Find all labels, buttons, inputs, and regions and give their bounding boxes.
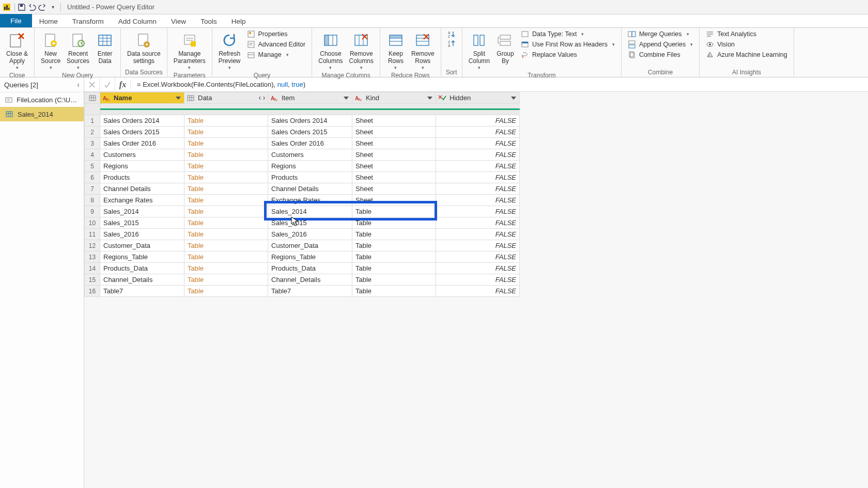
cell-name[interactable]: Channel_Details — [100, 274, 184, 286]
cell-item[interactable]: Products_Data — [268, 263, 352, 274]
group-by-button[interactable]: Group By — [493, 30, 518, 66]
manage-button[interactable]: Manage▾ — [247, 51, 306, 59]
column-header-item[interactable]: ABC Item — [268, 92, 352, 104]
replace-values-button[interactable]: Replace Values — [521, 51, 615, 59]
cell-hidden[interactable]: FALSE — [436, 251, 520, 263]
cell-kind[interactable]: Table — [352, 217, 436, 229]
cell-hidden[interactable]: FALSE — [436, 195, 520, 206]
row-number[interactable]: 8 — [85, 195, 100, 206]
choose-columns-button[interactable]: Choose Columns▾ — [315, 30, 346, 71]
column-header-hidden[interactable]: Hidden — [436, 92, 520, 104]
cell-item[interactable]: Channel Details — [268, 183, 352, 195]
vision-button[interactable]: Vision — [706, 40, 787, 49]
filter-dropdown-icon[interactable] — [174, 93, 183, 103]
formula-input[interactable]: = Excel.Workbook(File.Contents(FileLocat… — [131, 78, 868, 90]
combine-files-button[interactable]: Combine Files — [628, 51, 693, 59]
tab-help[interactable]: Help — [224, 15, 253, 27]
data-source-settings-button[interactable]: Data source settings — [124, 30, 164, 66]
cell-kind[interactable]: Table — [352, 206, 436, 217]
table-row[interactable]: 5RegionsTableRegionsSheetFALSE — [85, 161, 520, 172]
cell-kind[interactable]: Sheet — [352, 127, 436, 138]
cell-hidden[interactable]: FALSE — [436, 183, 520, 195]
tab-file[interactable]: File — [0, 14, 32, 27]
recent-sources-button[interactable]: Recent Sources▾ — [64, 30, 92, 71]
cell-data[interactable]: Table — [184, 274, 268, 286]
cell-item[interactable]: Products — [268, 172, 352, 183]
cell-hidden[interactable]: FALSE — [436, 263, 520, 274]
merge-queries-button[interactable]: Merge Queries▾ — [628, 30, 693, 38]
cell-hidden[interactable]: FALSE — [436, 274, 520, 286]
row-number[interactable]: 2 — [85, 127, 100, 138]
grid-corner[interactable] — [85, 92, 100, 104]
cell-data[interactable]: Table — [184, 206, 268, 217]
cell-data[interactable]: Table — [184, 115, 268, 127]
tab-home[interactable]: Home — [32, 15, 65, 27]
cell-name[interactable]: Sales Orders 2014 — [100, 115, 184, 127]
row-number[interactable]: 16 — [85, 286, 100, 297]
cell-kind[interactable]: Table — [352, 240, 436, 251]
cell-name[interactable]: Channel Details — [100, 183, 184, 195]
cell-kind[interactable]: Sheet — [352, 172, 436, 183]
cell-kind[interactable]: Sheet — [352, 161, 436, 172]
sort-descending-button[interactable]: ZA — [447, 39, 456, 48]
cell-data[interactable]: Table — [184, 229, 268, 240]
filter-dropdown-icon[interactable] — [342, 93, 351, 103]
column-header-kind[interactable]: ABC Kind — [352, 92, 436, 104]
cell-name[interactable]: Customers — [100, 149, 184, 161]
cell-kind[interactable]: Sheet — [352, 115, 436, 127]
cell-hidden[interactable]: FALSE — [436, 172, 520, 183]
table-row[interactable]: 9Sales_2014TableSales_2014TableFALSE — [85, 206, 520, 217]
cell-item[interactable]: Regions_Table — [268, 251, 352, 263]
data-type-button[interactable]: Data Type: Text▾ — [521, 30, 615, 38]
cell-name[interactable]: Products_Data — [100, 263, 184, 274]
table-row[interactable]: 6ProductsTableProductsSheetFALSE — [85, 172, 520, 183]
cell-name[interactable]: Table7 — [100, 286, 184, 297]
row-number[interactable]: 7 — [85, 183, 100, 195]
manage-parameters-button[interactable]: Manage Parameters▾ — [171, 30, 209, 71]
cell-hidden[interactable]: FALSE — [436, 161, 520, 172]
cell-kind[interactable]: Table — [352, 286, 436, 297]
cell-kind[interactable]: Table — [352, 274, 436, 286]
cell-kind[interactable]: Table — [352, 263, 436, 274]
row-number[interactable]: 15 — [85, 274, 100, 286]
cell-name[interactable]: Sales Order 2016 — [100, 138, 184, 149]
table-row[interactable]: 11Sales_2016TableSales_2016TableFALSE — [85, 229, 520, 240]
row-number[interactable]: 11 — [85, 229, 100, 240]
table-row[interactable]: 3Sales Order 2016TableSales Order 2016Sh… — [85, 138, 520, 149]
row-number[interactable]: 5 — [85, 161, 100, 172]
filter-dropdown-icon[interactable] — [425, 93, 435, 103]
remove-columns-button[interactable]: Remove Columns▾ — [346, 30, 377, 71]
cell-name[interactable]: Sales_2016 — [100, 229, 184, 240]
cell-item[interactable]: Table7 — [268, 286, 352, 297]
remove-rows-button[interactable]: Remove Rows▾ — [408, 30, 438, 71]
cell-name[interactable]: Sales_2015 — [100, 217, 184, 229]
cell-name[interactable]: Customer_Data — [100, 240, 184, 251]
cell-hidden[interactable]: FALSE — [436, 138, 520, 149]
cell-name[interactable]: Sales_2014 — [100, 206, 184, 217]
redo-icon[interactable] — [38, 3, 47, 12]
cell-name[interactable]: Products — [100, 172, 184, 183]
refresh-preview-button[interactable]: Refresh Preview▾ — [215, 30, 244, 71]
table-row[interactable]: 1Sales Orders 2014TableSales Orders 2014… — [85, 115, 520, 127]
table-row[interactable]: 2Sales Orders 2015TableSales Orders 2015… — [85, 127, 520, 138]
cell-item[interactable]: Sales Orders 2014 — [268, 115, 352, 127]
cell-name[interactable]: Regions — [100, 161, 184, 172]
cell-item[interactable]: Customer_Data — [268, 240, 352, 251]
formula-confirm-button[interactable] — [100, 77, 115, 92]
expand-icon[interactable] — [257, 93, 267, 103]
table-row[interactable]: 14Products_DataTableProducts_DataTableFA… — [85, 263, 520, 274]
row-number[interactable]: 3 — [85, 138, 100, 149]
cell-data[interactable]: Table — [184, 149, 268, 161]
cell-data[interactable]: Table — [184, 195, 268, 206]
cell-hidden[interactable]: FALSE — [436, 206, 520, 217]
tab-transform[interactable]: Transform — [65, 15, 111, 27]
text-analytics-button[interactable]: Text Analytics — [706, 30, 787, 38]
table-row[interactable]: 7Channel DetailsTableChannel DetailsShee… — [85, 183, 520, 195]
table-row[interactable]: 10Sales_2015TableSales_2015TableFALSE — [85, 217, 520, 229]
row-number[interactable]: 13 — [85, 251, 100, 263]
cell-data[interactable]: Table — [184, 138, 268, 149]
cell-name[interactable]: Exchange Rates — [100, 195, 184, 206]
table-row[interactable]: 4CustomersTableCustomersSheetFALSE — [85, 149, 520, 161]
properties-button[interactable]: Properties — [247, 30, 306, 38]
cell-data[interactable]: Table — [184, 286, 268, 297]
